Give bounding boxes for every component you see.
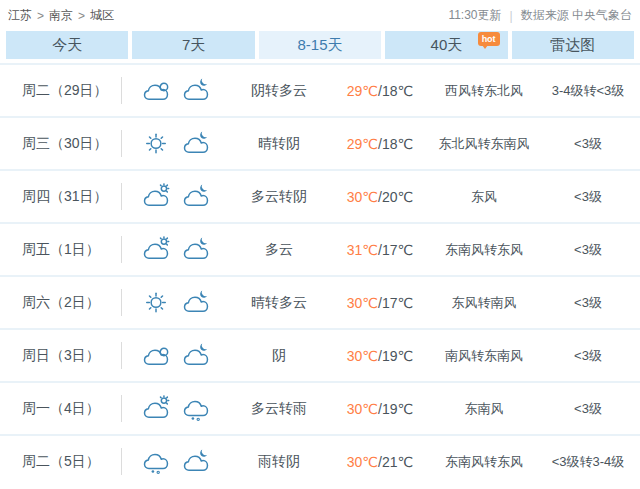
temp-low: 20℃ [382,189,413,205]
tab-7days[interactable]: 7天 [132,31,254,59]
temp-low: 21℃ [382,454,413,470]
tab-today[interactable]: 今天 [6,31,128,59]
weather-text: 多云 [230,241,328,259]
forecast-row: 周五（1日） 多云 31℃/17℃ 东南风转东风 <3级 [0,222,640,275]
temp-range: 31℃/17℃ [328,242,432,258]
wind-direction: 西风转东北风 [432,82,536,100]
wind-scale: <3级 [536,347,640,365]
weather-icons [121,171,230,222]
cloud-moon-icon [181,289,211,316]
temp-low: 18℃ [382,136,413,152]
wind-scale: <3级 [536,135,640,153]
weather-icons [121,277,230,328]
wind-direction: 东风转南风 [432,294,536,312]
temp-high: 31℃ [347,242,378,258]
temp-high: 29℃ [347,136,378,152]
temp-range: 30℃/21℃ [328,454,432,470]
temp-range: 30℃/19℃ [328,401,432,417]
temp-high: 30℃ [347,454,378,470]
weather-text: 阴 [230,347,328,365]
day-label: 周二（29日） [0,82,121,100]
breadcrumb-separator: > [78,9,85,23]
tab-bar: 今天 7天 8-15天 40天 hot 雷达图 [6,31,634,59]
forecast-row: 周二（29日） 阴转多云 29℃/18℃ 西风转东北风 3-4级转<3级 [0,63,640,116]
wind-direction: 南风转东南风 [432,347,536,365]
cloud-moon-icon [181,183,211,210]
update-divider: | [510,9,513,23]
wind-scale: <3级 [536,400,640,418]
breadcrumb-separator: > [37,9,44,23]
day-label: 周二（5日） [0,453,121,471]
weather-text: 晴转阴 [230,135,328,153]
cloud-icon [141,342,171,369]
temp-high: 30℃ [347,348,378,364]
weather-icons [121,65,230,116]
forecast-row: 周日（3日） 阴 30℃/19℃ 南风转东南风 <3级 [0,328,640,381]
day-label: 周一（4日） [0,400,121,418]
forecast-row: 周二（5日） 雨转阴 30℃/21℃ 东南风转东风 <3级转3-4级 [0,434,640,487]
hot-badge: hot [478,32,500,46]
day-label: 周日（3日） [0,347,121,365]
breadcrumb-item-province[interactable]: 江苏 [8,7,32,24]
forecast-row: 周六（2日） 晴转多云 30℃/17℃ 东风转南风 <3级 [0,275,640,328]
wind-direction: 东南风 [432,400,536,418]
wind-scale: <3级转3-4级 [536,453,640,471]
tab-8-15days[interactable]: 8-15天 [259,31,381,59]
tab-40days-label: 40天 [431,36,463,53]
temp-low: 18℃ [382,83,413,99]
cloud-sun-icon [141,236,171,263]
weather-icons [121,330,230,381]
wind-direction: 东南风转东风 [432,241,536,259]
data-source: 数据来源 中央气象台 [521,7,632,24]
day-label: 周五（1日） [0,241,121,259]
update-time: 11:30更新 [448,7,501,24]
sun-icon [141,130,171,157]
temp-low: 19℃ [382,348,413,364]
temp-low: 17℃ [382,242,413,258]
wind-direction: 东北风转东南风 [432,135,536,153]
weather-icons [121,224,230,275]
tab-40days[interactable]: 40天 hot [385,31,507,59]
weather-icons [121,436,230,487]
temp-range: 30℃/20℃ [328,189,432,205]
forecast-table: 周二（29日） 阴转多云 29℃/18℃ 西风转东北风 3-4级转<3级 周三（… [0,63,640,487]
forecast-row: 周四（31日） 多云转阴 30℃/20℃ 东风 <3级 [0,169,640,222]
weather-text: 雨转阴 [230,453,328,471]
temp-range: 30℃/19℃ [328,348,432,364]
cloud-moon-icon [181,342,211,369]
wind-direction: 东风 [432,188,536,206]
cloud-icon [141,77,171,104]
wind-scale: <3级 [536,188,640,206]
update-info: 11:30更新 | 数据来源 中央气象台 [448,7,632,24]
weather-icons [121,383,230,434]
forecast-row: 周一（4日） 多云转雨 30℃/19℃ 东南风 <3级 [0,381,640,434]
weather-text: 多云转雨 [230,400,328,418]
cloud-moon-icon [181,236,211,263]
tab-radar[interactable]: 雷达图 [512,31,634,59]
temp-range: 30℃/17℃ [328,295,432,311]
breadcrumb-item-district: 城区 [90,7,114,24]
wind-scale: <3级 [536,241,640,259]
weather-text: 晴转多云 [230,294,328,312]
breadcrumb: 江苏 > 南京 > 城区 [8,7,114,24]
day-label: 周三（30日） [0,135,121,153]
weather-text: 阴转多云 [230,82,328,100]
cloud-moon-icon [181,130,211,157]
cloud-moon-icon [181,77,211,104]
temp-high: 30℃ [347,295,378,311]
cloud-rain-icon [181,395,211,422]
weather-icons [121,118,230,169]
temp-high: 30℃ [347,401,378,417]
wind-scale: <3级 [536,294,640,312]
temp-range: 29℃/18℃ [328,136,432,152]
cloud-sun-icon [141,183,171,210]
top-bar: 江苏 > 南京 > 城区 11:30更新 | 数据来源 中央气象台 [0,0,640,29]
temp-low: 17℃ [382,295,413,311]
temp-high: 29℃ [347,83,378,99]
weather-text: 多云转阴 [230,188,328,206]
wind-direction: 东南风转东风 [432,453,536,471]
temp-high: 30℃ [347,189,378,205]
breadcrumb-item-city[interactable]: 南京 [49,7,73,24]
wind-scale: 3-4级转<3级 [536,82,640,100]
sun-icon [141,289,171,316]
